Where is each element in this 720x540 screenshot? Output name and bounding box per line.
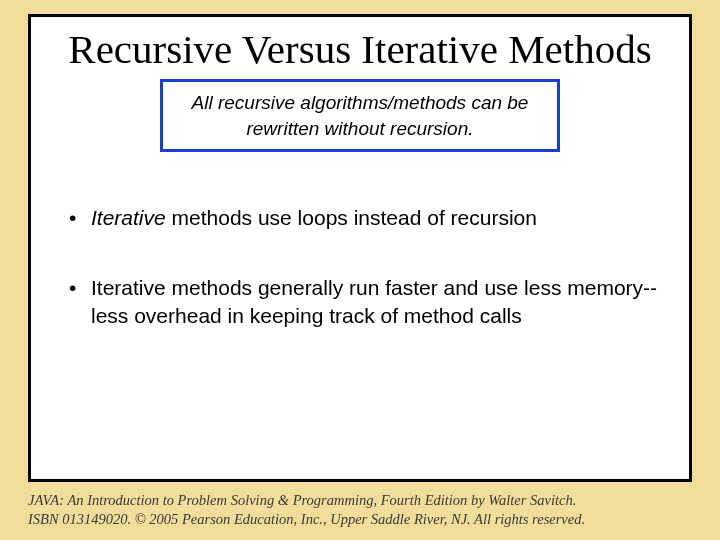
bullet-list: Iterative methods use loops instead of r… <box>59 204 661 329</box>
list-item: Iterative methods use loops instead of r… <box>67 204 661 232</box>
list-item: Iterative methods generally run faster a… <box>67 274 661 329</box>
callout-box: All recursive algorithms/methods can be … <box>160 79 560 152</box>
slide-title: Recursive Versus Iterative Methods <box>59 27 661 73</box>
slide-frame: Recursive Versus Iterative Methods All r… <box>28 14 692 482</box>
bullet-italic: Iterative <box>91 206 166 229</box>
bullet-text: methods use loops instead of recursion <box>166 206 537 229</box>
footer-credit: JAVA: An Introduction to Problem Solving… <box>28 491 692 530</box>
footer-line-1: JAVA: An Introduction to Problem Solving… <box>28 491 692 511</box>
footer-line-2: ISBN 013149020. © 2005 Pearson Education… <box>28 510 692 530</box>
bullet-text: Iterative methods generally run faster a… <box>91 276 657 327</box>
